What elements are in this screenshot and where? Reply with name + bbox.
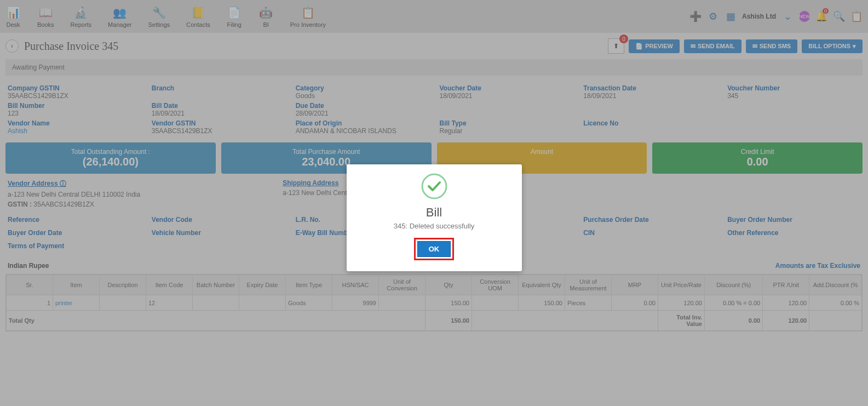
success-modal: Bill 345: Deleted successfully OK xyxy=(347,164,522,271)
modal-title: Bill xyxy=(358,205,511,220)
modal-overlay[interactable]: Bill 345: Deleted successfully OK xyxy=(0,0,868,406)
modal-message: 345: Deleted successfully xyxy=(358,222,511,230)
svg-point-0 xyxy=(422,174,446,198)
ok-button[interactable]: OK xyxy=(417,241,451,257)
check-circle-icon xyxy=(421,173,447,199)
ok-highlight: OK xyxy=(414,238,455,260)
